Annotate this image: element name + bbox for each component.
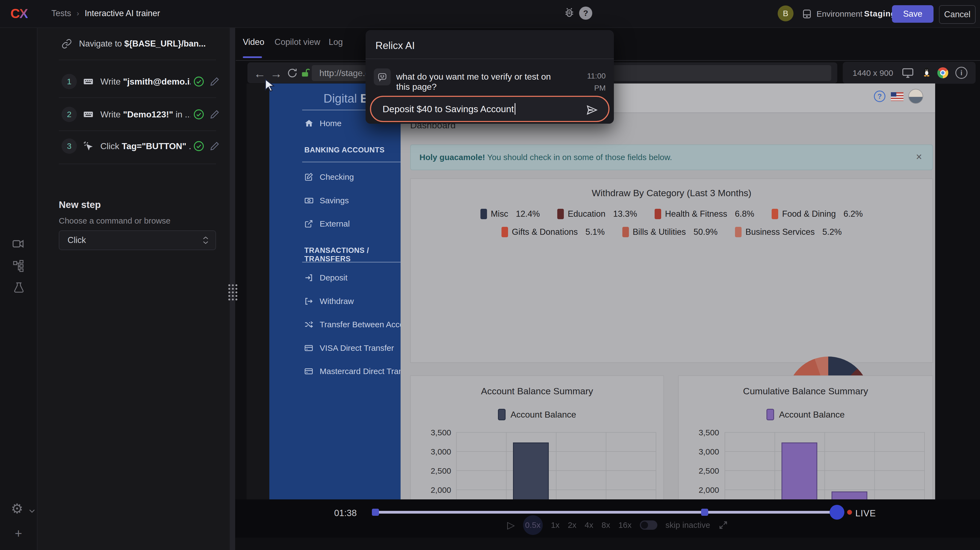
cancel-button[interactable]: Cancel: [939, 5, 975, 24]
mouse-cursor-icon: [262, 78, 277, 92]
save-button[interactable]: Save: [892, 5, 934, 23]
bank-nav-label: Checking: [320, 172, 354, 182]
keyboard-icon: [83, 109, 94, 120]
legend-label: Account Balance: [511, 410, 576, 420]
tab-copilot-view[interactable]: Copilot view: [275, 37, 320, 47]
edit-step-icon[interactable]: [210, 77, 220, 86]
navigate-step[interactable]: Navigate to ${BASE_URL}/ban...: [62, 35, 220, 53]
info-icon[interactable]: i: [955, 67, 967, 79]
chrome-icon[interactable]: [937, 67, 948, 78]
bar-chart-title: Account Balance Summary: [411, 386, 663, 397]
monitor-icon[interactable]: [902, 67, 914, 79]
pie-legend-item[interactable]: Gifts & Donations5.1%: [501, 227, 605, 237]
legend-label: Gifts & Donations: [512, 227, 578, 237]
bug-icon[interactable]: [563, 6, 576, 20]
edit-step-icon[interactable]: [210, 110, 220, 119]
pie-legend-item[interactable]: Health & Fitness6.8%: [655, 209, 754, 219]
video-viewport[interactable]: Digital Bank Home BANKING ACCOUNTS Check…: [247, 83, 935, 499]
navigate-step-label: Navigate to ${BASE_URL}/ban...: [79, 39, 205, 49]
fullscreen-icon[interactable]: [718, 520, 728, 530]
legend-label: Health & Fitness: [665, 209, 727, 219]
breadcrumb-separator-icon: ›: [76, 9, 79, 18]
ai-prompt-input[interactable]: Deposit $40 to Savings Account: [370, 96, 609, 122]
bar: [513, 442, 549, 499]
splitter-drag-handle-icon[interactable]: [228, 284, 238, 300]
live-label: LIVE: [855, 508, 876, 518]
divider: [302, 262, 417, 262]
settings-gear-icon[interactable]: ⚙: [11, 501, 23, 517]
command-select[interactable]: Click: [59, 230, 216, 250]
breadcrumb-tests[interactable]: Tests: [51, 8, 71, 18]
pie-legend-item[interactable]: Education13.3%: [557, 209, 637, 219]
pie-legend-item[interactable]: Food & Dining6.2%: [772, 209, 863, 219]
alert-close-icon[interactable]: ×: [916, 151, 922, 162]
seek-track[interactable]: [374, 511, 842, 513]
add-icon[interactable]: +: [15, 526, 22, 541]
tab-video[interactable]: Video: [243, 37, 264, 47]
relicx-ai-dialog: Relicx AI what do you want me to verify …: [366, 30, 614, 124]
left-icon-rail: ⚙ +: [0, 27, 37, 550]
flask-icon[interactable]: [13, 281, 25, 294]
speed-option-active[interactable]: 0.5x: [523, 515, 543, 535]
app-logo[interactable]: CX: [10, 6, 28, 21]
bank-nav-label: Home: [320, 119, 342, 128]
shuffle-icon: [304, 320, 320, 329]
step-row-3[interactable]: 3 Click Tag="BUTTON" ...: [62, 137, 223, 155]
user-avatar[interactable]: B: [778, 5, 794, 21]
bar-chart-legend[interactable]: Account Balance: [411, 409, 663, 420]
ai-message: what do you want me to verify or test on…: [396, 72, 566, 92]
chevron-down-icon[interactable]: [28, 507, 36, 515]
environment-value[interactable]: Staging: [864, 9, 896, 18]
send-icon[interactable]: [586, 104, 598, 116]
flow-tree-icon[interactable]: [12, 260, 25, 272]
step-row-2[interactable]: 2 Write "Demo123!" in ...: [62, 105, 223, 123]
legend-label: Bills & Utilities: [633, 227, 686, 237]
step-label: Click Tag="BUTTON" ...: [100, 141, 191, 151]
video-player-bar: 01:38 LIVE ▷ 0.5x 1x 2x 4x 8x 16x skip i…: [235, 499, 980, 538]
edit-step-icon[interactable]: [210, 141, 220, 151]
play-icon[interactable]: ▷: [507, 519, 515, 531]
speed-option[interactable]: 1x: [551, 520, 560, 530]
speed-option[interactable]: 8x: [601, 520, 610, 530]
step-row-1[interactable]: 1 Write "jsmith@demo.i...: [62, 73, 223, 90]
bar: [781, 442, 817, 499]
legend-percent: 50.9%: [694, 227, 718, 237]
tab-log[interactable]: Log: [329, 37, 343, 47]
bar-chart-legend[interactable]: Account Balance: [679, 409, 932, 420]
live-dot-icon: [847, 510, 852, 515]
speed-option[interactable]: 16x: [618, 520, 632, 530]
browser-reload-icon[interactable]: [286, 67, 298, 79]
pie-legend-item[interactable]: Bills & Utilities50.9%: [622, 227, 718, 237]
pie-legend-item[interactable]: Misc12.4%: [480, 209, 540, 219]
bank-nav-label: VISA Direct Transfer: [320, 343, 394, 353]
dialog-title: Relicx AI: [375, 40, 415, 51]
external-link-icon: [304, 220, 320, 228]
bar-chart-title: Cumulative Balance Summary: [679, 386, 932, 397]
legend-percent: 13.3%: [613, 209, 637, 219]
video-camera-icon[interactable]: [12, 238, 25, 250]
app-screen: CX Tests › Interactive AI trainer ? B En…: [0, 0, 980, 550]
pie-legend-item[interactable]: Business Services5.2%: [735, 227, 842, 237]
us-flag-icon[interactable]: [891, 92, 904, 101]
legend-percent: 6.8%: [735, 209, 754, 219]
site-help-icon[interactable]: ?: [874, 91, 885, 102]
site-user-avatar[interactable]: [908, 89, 923, 104]
seek-marker-start[interactable]: [372, 509, 379, 516]
help-icon[interactable]: ?: [579, 6, 592, 20]
bank-section-title: TRANSACTIONS / TRANSFERS: [304, 246, 401, 263]
pie-legend-row-1: Misc12.4%Education13.3%Health & Fitness6…: [411, 209, 932, 219]
legend-swatch: [622, 227, 629, 237]
legend-percent: 6.2%: [843, 209, 863, 219]
pie-legend-row-2: Gifts & Donations5.1%Bills & Utilities50…: [411, 227, 932, 237]
divider: [302, 162, 417, 162]
linux-icon[interactable]: [921, 66, 932, 78]
credit-card-icon: [304, 344, 320, 352]
seek-knob[interactable]: [830, 505, 845, 520]
skip-inactive-toggle[interactable]: [640, 520, 657, 530]
message-timestamp: 11:00 PM: [587, 70, 606, 94]
speed-option[interactable]: 4x: [585, 520, 593, 530]
sign-out-icon: [304, 297, 320, 306]
account-balance-card: Account Balance Summary Account Balance …: [410, 375, 664, 499]
speed-option[interactable]: 2x: [568, 520, 576, 530]
resolution-label[interactable]: 1440 x 900: [853, 69, 893, 78]
